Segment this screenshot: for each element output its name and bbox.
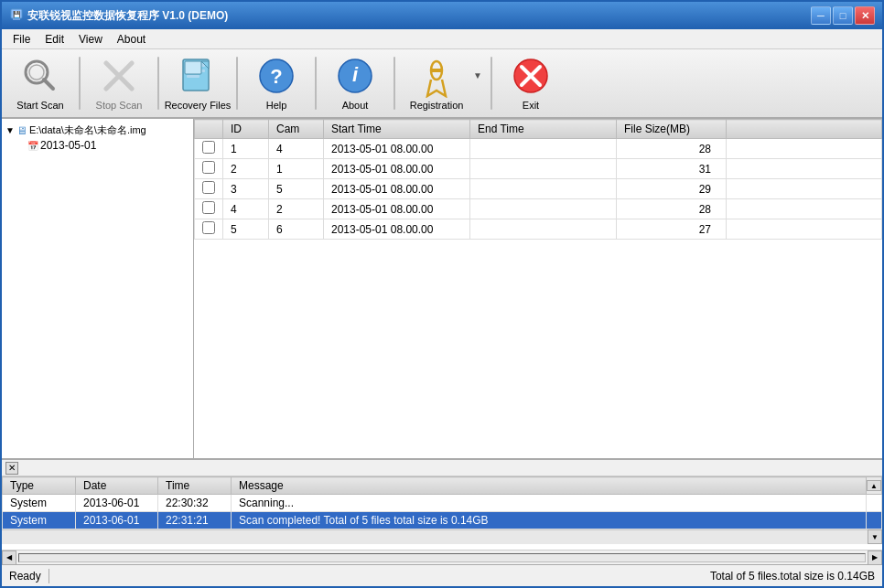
- stop-scan-button[interactable]: Stop Scan: [82, 53, 156, 113]
- log-scroll-down[interactable]: ▼: [868, 529, 882, 544]
- minimize-button[interactable]: ─: [811, 6, 831, 25]
- file-table-row[interactable]: 5 6 2013-05-01 08.00.00 27: [195, 219, 882, 240]
- window-controls: ─ □ ✕: [811, 6, 875, 25]
- start-scan-icon: [18, 56, 62, 96]
- log-close-button[interactable]: ✕: [5, 462, 18, 475]
- start-scan-label: Start Scan: [16, 100, 63, 111]
- toolbar-sep-1: [79, 57, 81, 110]
- cell-extra-4: [727, 219, 882, 240]
- status-bar: Ready Total of 5 files.total size is 0.1…: [2, 564, 882, 586]
- log-cell-scroll-0: [867, 495, 882, 512]
- file-table-row[interactable]: 3 5 2013-05-01 08.00.00 29: [195, 179, 882, 199]
- log-table-row[interactable]: System 2013-06-01 22:30:32 Scanning...: [3, 495, 882, 512]
- row-checkbox-4[interactable]: [202, 221, 215, 234]
- menu-view[interactable]: View: [71, 31, 110, 48]
- log-cell-message-0: Scanning...: [232, 495, 867, 512]
- log-col-type: Type: [3, 477, 76, 495]
- svg-rect-1: [13, 18, 20, 20]
- registration-button[interactable]: Registration ▼: [397, 53, 489, 113]
- cell-end-0: [470, 139, 617, 159]
- log-col-message: Message: [232, 477, 867, 495]
- registration-label: Registration: [410, 100, 464, 111]
- recovery-files-button[interactable]: Recovery Files: [161, 53, 234, 113]
- h-scroll-track[interactable]: [18, 553, 866, 562]
- tree-expand-icon: ▼: [5, 125, 15, 135]
- svg-rect-12: [185, 61, 201, 74]
- row-checkbox-3[interactable]: [202, 201, 215, 214]
- log-cell-date-0: 2013-06-01: [76, 495, 158, 512]
- file-table-row[interactable]: 1 4 2013-05-01 08.00.00 28: [195, 139, 882, 159]
- col-header-checkbox: [195, 120, 223, 139]
- log-scroll-up[interactable]: ▲: [867, 480, 881, 491]
- registration-icon: [415, 56, 458, 100]
- log-header: ✕: [2, 460, 882, 476]
- log-panel: ✕ Type Date Time Message ▲: [2, 458, 882, 550]
- stop-scan-icon: [97, 56, 141, 96]
- svg-rect-11: [187, 75, 199, 78]
- row-checkbox-1[interactable]: [202, 161, 215, 174]
- row-checkbox-0[interactable]: [202, 141, 215, 154]
- cell-extra-0: [727, 139, 882, 159]
- log-table-row[interactable]: System 2013-06-01 22:31:21 Scan complete…: [3, 512, 882, 529]
- cell-start-2: 2013-05-01 08.00.00: [324, 179, 470, 199]
- svg-rect-18: [430, 69, 443, 72]
- log-cell-type-0: System: [3, 495, 76, 512]
- log-cell-time-1: 22:31:21: [158, 512, 232, 529]
- file-table: ID Cam Start Time End Time File Size(MB)…: [194, 119, 882, 240]
- cell-id-1: 2: [223, 159, 269, 179]
- content-area: ▼ 🖥 E:\data\未命名\未命名.img 📅 2013-05-01: [2, 119, 882, 586]
- tree-child-label: 2013-05-01: [40, 139, 96, 152]
- cell-size-0: 28: [617, 139, 727, 159]
- cell-id-2: 3: [223, 179, 269, 199]
- cell-size-1: 31: [617, 159, 727, 179]
- window-title: 安联锐视监控数据恢复程序 V1.0 (DEMO): [27, 8, 228, 24]
- help-icon: ?: [254, 56, 298, 96]
- log-cell-scroll-1: [867, 512, 882, 529]
- middle-area: ▼ 🖥 E:\data\未命名\未命名.img 📅 2013-05-01: [2, 119, 882, 458]
- tree-root-item[interactable]: ▼ 🖥 E:\data\未命名\未命名.img: [5, 123, 189, 138]
- cell-cam-4: 6: [269, 219, 324, 240]
- row-checkbox-2[interactable]: [202, 181, 215, 194]
- recovery-files-icon: [176, 56, 220, 96]
- close-button[interactable]: ✕: [855, 6, 875, 25]
- col-header-extra: [727, 120, 882, 139]
- stop-scan-label: Stop Scan: [96, 100, 143, 111]
- log-cell-type-1: System: [3, 512, 76, 529]
- cell-end-4: [470, 219, 617, 240]
- cell-end-1: [470, 159, 617, 179]
- h-scroll-right[interactable]: ▶: [868, 551, 882, 565]
- svg-text:i: i: [352, 63, 359, 86]
- start-scan-button[interactable]: Start Scan: [4, 53, 77, 113]
- toolbar-sep-6: [491, 57, 492, 110]
- maximize-button[interactable]: □: [833, 6, 853, 25]
- menu-file[interactable]: File: [5, 31, 38, 48]
- log-col-date: Date: [76, 477, 158, 495]
- exit-button[interactable]: Exit: [494, 53, 567, 113]
- registration-dropdown-arrow[interactable]: ▼: [473, 70, 482, 97]
- tree-root-label: E:\data\未命名\未命名.img: [29, 123, 146, 137]
- cell-start-1: 2013-05-01 08.00.00: [324, 159, 470, 179]
- about-button[interactable]: i About: [318, 53, 392, 113]
- recovery-files-label: Recovery Files: [165, 100, 232, 111]
- app-window: 💾 安联锐视监控数据恢复程序 V1.0 (DEMO) ─ □ ✕ File Ed…: [0, 0, 884, 588]
- menu-bar: File Edit View About: [2, 29, 882, 49]
- col-header-start: Start Time: [324, 120, 470, 139]
- file-table-row[interactable]: 2 1 2013-05-01 08.00.00 31: [195, 159, 882, 179]
- help-button[interactable]: ? Help: [240, 53, 313, 113]
- menu-about[interactable]: About: [110, 31, 153, 48]
- file-panel: ID Cam Start Time End Time File Size(MB)…: [194, 119, 882, 458]
- toolbar-sep-3: [236, 57, 238, 110]
- h-scroll-left[interactable]: ◀: [2, 551, 16, 565]
- cell-size-2: 29: [617, 179, 727, 199]
- cell-id-3: 4: [223, 199, 269, 219]
- file-table-row[interactable]: 4 2 2013-05-01 08.00.00 28: [195, 199, 882, 219]
- log-cell-date-1: 2013-06-01: [76, 512, 158, 529]
- svg-text:💾: 💾: [13, 10, 21, 18]
- tree-child-icon: 📅: [27, 141, 38, 151]
- menu-edit[interactable]: Edit: [38, 31, 71, 48]
- cell-extra-1: [727, 159, 882, 179]
- log-table: Type Date Time Message ▲: [2, 476, 882, 529]
- cell-extra-2: [727, 179, 882, 199]
- tree-child-item[interactable]: 📅 2013-05-01: [5, 138, 189, 153]
- about-icon: i: [333, 56, 377, 96]
